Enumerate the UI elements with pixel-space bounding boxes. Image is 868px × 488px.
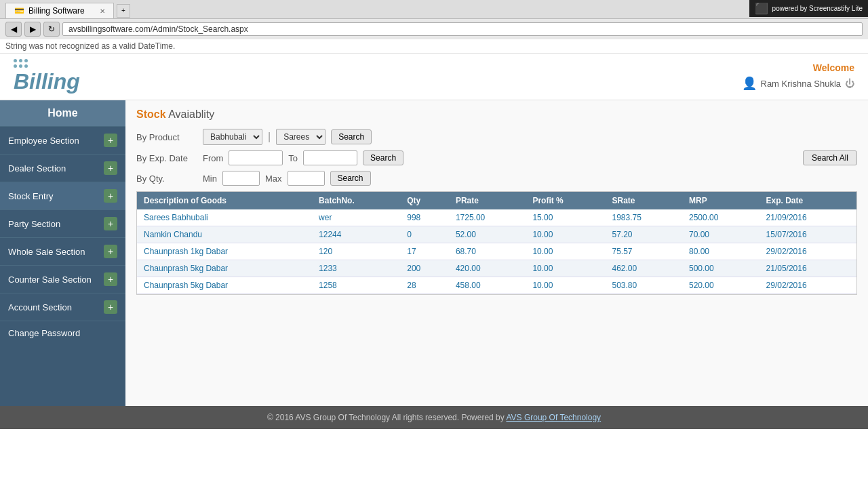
address-bar[interactable] (62, 22, 863, 36)
table-cell: 10.00 (526, 226, 605, 243)
min-label: Min (203, 174, 217, 184)
footer-link[interactable]: AVS Group Of Technology (506, 413, 601, 422)
sidebar-expand-account[interactable]: + (104, 300, 117, 314)
filter-by-qty: By Qty. Min Max Search (136, 171, 857, 186)
table-cell: 57.20 (605, 226, 682, 243)
table-cell: 1983.75 (605, 209, 682, 226)
table-cell: 52.00 (449, 226, 526, 243)
table-cell: 12244 (312, 226, 400, 243)
welcome-area: Welcome 👤 Ram Krishna Shukla ⏻ (742, 62, 855, 91)
to-date-input[interactable] (303, 150, 357, 165)
filter-by-product: By Product Babhubali | Sarees Search (136, 129, 857, 145)
table-cell: 10.00 (526, 260, 605, 277)
search-product-button[interactable]: Search (331, 129, 372, 144)
user-icon: 👤 (742, 76, 757, 91)
main-panel: Stock Avaiablity By Product Babhubali | … (125, 100, 868, 406)
table-cell: Sarees Babhubali (137, 209, 312, 226)
divider: | (268, 131, 271, 143)
table-cell: 503.80 (605, 277, 682, 294)
page-title: Stock Avaiablity (136, 108, 857, 121)
table-cell: 21/09/2016 (760, 209, 856, 226)
by-qty-label: By Qty. (136, 174, 197, 184)
forward-button[interactable]: ▶ (24, 22, 41, 37)
table-cell: 0 (400, 226, 449, 243)
search-expdate-button[interactable]: Search (363, 150, 403, 165)
sidebar-item-password[interactable]: Change Password (0, 321, 125, 345)
watermark: ⬛ powered by Screencastify Lite (749, 0, 868, 17)
sidebar-item-employee[interactable]: Employee Section + (0, 126, 125, 154)
logo-text: Billing (14, 69, 80, 94)
error-bar: String was not recognized as a valid Dat… (0, 39, 868, 54)
sidebar-item-account[interactable]: Account Section + (0, 293, 125, 321)
col-prate: PRate (449, 192, 526, 209)
title-avail-text: Avaiablity (168, 108, 214, 120)
sidebar-expand-employee[interactable]: + (104, 134, 117, 147)
back-button[interactable]: ◀ (5, 22, 22, 37)
table-cell: 15/07/2016 (760, 226, 856, 243)
sidebar-item-stock[interactable]: Stock Entry + (0, 182, 125, 209)
sidebar-expand-stock[interactable]: + (104, 189, 117, 203)
logo-area: Billing (14, 59, 80, 94)
col-mrp: MRP (682, 192, 760, 209)
table-cell: 75.57 (605, 243, 682, 260)
sidebar-label-party: Party Section (8, 219, 60, 229)
min-qty-input[interactable] (222, 171, 260, 186)
col-expdate: Exp. Date (760, 192, 856, 209)
by-product-label: By Product (136, 132, 197, 142)
table-cell: 462.00 (605, 260, 682, 277)
sidebar-item-dealer[interactable]: Dealer Section + (0, 154, 125, 182)
sidebar-label-counter: Counter Sale Section (8, 274, 92, 285)
watermark-text: powered by Screencastify Lite (772, 5, 863, 12)
sidebar-item-wholesale[interactable]: Whole Sale Section + (0, 237, 125, 265)
category-select[interactable]: Sarees (276, 129, 326, 145)
max-label: Max (265, 174, 282, 184)
footer: © 2016 AVS Group Of Technology All right… (0, 406, 868, 429)
col-batch: BatchNo. (312, 192, 400, 209)
welcome-label: Welcome (742, 62, 855, 73)
search-qty-button[interactable]: Search (330, 171, 371, 186)
table-row: Namkin Chandu12244052.0010.0057.2070.001… (137, 226, 856, 243)
sidebar-label-wholesale: Whole Sale Section (8, 247, 85, 257)
table-row: Chaunprash 5kg Dabar1233200420.0010.0046… (137, 260, 856, 277)
table-cell: 29/02/2016 (760, 243, 856, 260)
new-tab-button[interactable]: + (117, 4, 130, 18)
table-cell: Chaunprash 5kg Dabar (137, 260, 312, 277)
table-row: Sarees Babhubaliwer9981725.0015.001983.7… (137, 209, 856, 226)
table-cell: wer (312, 209, 400, 226)
table-cell: 21/05/2016 (760, 260, 856, 277)
tab-close-button[interactable]: ✕ (100, 7, 105, 15)
sidebar-item-counter[interactable]: Counter Sale Section + (0, 265, 125, 293)
sidebar-expand-dealer[interactable]: + (104, 161, 117, 175)
table-row: Chaunprash 1kg Dabar1201768.7010.0075.57… (137, 243, 856, 260)
sidebar: Home Employee Section + Dealer Section +… (0, 100, 125, 406)
table-cell: 10.00 (526, 243, 605, 260)
table-cell: 15.00 (526, 209, 605, 226)
user-name: Ram Krishna Shukla (761, 79, 842, 89)
table-cell: 17 (400, 243, 449, 260)
logout-icon[interactable]: ⏻ (845, 78, 854, 89)
by-expdate-label: By Exp. Date (136, 153, 197, 163)
to-label: To (288, 153, 298, 163)
sidebar-expand-party[interactable]: + (104, 217, 117, 230)
from-date-input[interactable] (229, 150, 283, 165)
table-cell: 68.70 (449, 243, 526, 260)
sidebar-expand-wholesale[interactable]: + (104, 245, 117, 258)
search-all-button[interactable]: Search All (803, 150, 857, 165)
product-select[interactable]: Babhubali (203, 129, 262, 145)
table-cell: 80.00 (682, 243, 760, 260)
table-cell: 2500.00 (682, 209, 760, 226)
stock-table-container: Description of Goods BatchNo. Qty PRate … (136, 191, 857, 295)
col-profit: Profit % (526, 192, 605, 209)
col-desc: Description of Goods (137, 192, 312, 209)
table-cell: 1725.00 (449, 209, 526, 226)
sidebar-item-party[interactable]: Party Section + (0, 209, 125, 237)
table-cell: 520.00 (682, 277, 760, 294)
col-qty: Qty (400, 192, 449, 209)
sidebar-home[interactable]: Home (0, 100, 125, 126)
max-qty-input[interactable] (288, 171, 325, 186)
browser-tab[interactable]: 💳 Billing Software ✕ (5, 3, 114, 18)
refresh-button[interactable]: ↻ (43, 22, 60, 37)
watermark-icon: ⬛ (755, 2, 768, 15)
sidebar-label-stock: Stock Entry (8, 191, 53, 201)
sidebar-expand-counter[interactable]: + (104, 272, 117, 286)
